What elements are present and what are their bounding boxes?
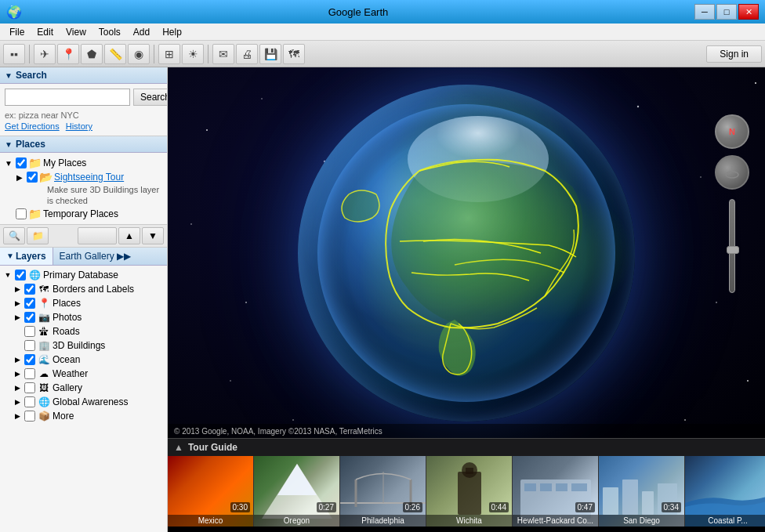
tour-thumb-mexico[interactable]: 0:30 Mexico <box>168 456 254 527</box>
tour-thumb-philadelphia[interactable]: 0:26 Philadelphia <box>340 456 426 527</box>
more-expand[interactable]: ▶ <box>13 411 22 421</box>
roads-checkbox[interactable] <box>24 326 35 337</box>
fly-to-button[interactable]: ✈ <box>34 44 56 64</box>
more-label[interactable]: More <box>53 411 74 422</box>
sightseeing-expand[interactable]: ▶ <box>14 172 25 183</box>
compass[interactable]: N <box>715 114 749 149</box>
sidebar-toggle-button[interactable]: ▪▪ <box>3 44 25 64</box>
close-button[interactable]: ✕ <box>738 4 759 20</box>
layer-places-checkbox[interactable] <box>24 298 35 309</box>
tour-guide-header[interactable]: ▲ Tour Guide <box>168 439 765 456</box>
svg-point-6 <box>637 106 639 107</box>
earth-globe[interactable] <box>298 85 635 422</box>
my-places-label[interactable]: My Places <box>43 157 86 168</box>
print-button[interactable]: 🖨 <box>236 44 258 64</box>
borders-checkbox[interactable] <box>24 284 35 295</box>
layer-places-expand[interactable]: ▶ <box>13 299 22 308</box>
photos-expand[interactable]: ▶ <box>13 313 22 322</box>
title-bar: 🌍 Google Earth ─ □ ✕ <box>0 0 765 24</box>
signin-button[interactable]: Sign in <box>706 45 762 63</box>
weather-expand[interactable]: ▶ <box>13 369 22 378</box>
roads-label[interactable]: Roads <box>53 326 80 337</box>
menu-tools[interactable]: Tools <box>92 25 127 39</box>
search-header[interactable]: ▼ Search <box>0 67 167 84</box>
3d-buildings-checkbox[interactable] <box>24 340 35 351</box>
places-header[interactable]: ▼ Places <box>0 136 167 153</box>
layers-tab[interactable]: ▼ Layers <box>0 248 53 265</box>
tilt-control[interactable] <box>715 155 749 190</box>
weather-checkbox[interactable] <box>24 368 35 379</box>
menu-view[interactable]: View <box>60 25 92 39</box>
tour-guide-title: Tour Guide <box>188 442 237 453</box>
primary-db-label[interactable]: Primary Database <box>43 270 118 280</box>
3d-buildings-label[interactable]: 3D Buildings <box>53 340 105 351</box>
tour-guide-arrow: ▲ <box>174 442 183 453</box>
placeholder-button[interactable] <box>78 227 117 244</box>
move-down-button[interactable]: ▼ <box>142 227 164 244</box>
primary-db-expand[interactable]: ▼ <box>3 270 13 280</box>
minimize-button[interactable]: ─ <box>694 4 715 20</box>
record-tour-button[interactable]: ◉ <box>128 44 150 64</box>
zoom-handle[interactable] <box>727 246 739 254</box>
photos-label[interactable]: Photos <box>53 312 82 323</box>
tour-thumb-sandiego[interactable]: 0:34 San Diego <box>599 456 685 527</box>
zoom-slider[interactable] <box>729 199 735 293</box>
primary-db-checkbox[interactable] <box>15 270 26 280</box>
global-awareness-label[interactable]: Global Awareness <box>53 396 129 407</box>
email-button[interactable]: ✉ <box>212 44 234 64</box>
sightseeing-item: ▶ 📂 Sightseeing Tour <box>13 170 165 184</box>
menu-edit[interactable]: Edit <box>31 25 60 39</box>
measure-button[interactable]: 📏 <box>104 44 126 64</box>
menu-add[interactable]: Add <box>127 25 156 39</box>
gallery-checkbox[interactable] <box>24 382 35 393</box>
weather-label[interactable]: Weather <box>53 368 88 379</box>
folder-button[interactable]: 📁 <box>27 227 49 244</box>
move-up-button[interactable]: ▲ <box>118 227 140 244</box>
save-image-button[interactable]: 💾 <box>259 44 281 64</box>
photos-checkbox[interactable] <box>24 312 35 323</box>
my-places-checkbox[interactable] <box>16 157 27 168</box>
borders-expand[interactable]: ▶ <box>13 284 22 294</box>
search-place-button[interactable]: 🔍 <box>3 227 25 244</box>
svg-point-8 <box>755 82 756 84</box>
temporary-places-label[interactable]: Temporary Places <box>43 208 118 219</box>
history-link[interactable]: History <box>66 121 92 131</box>
earth-gallery-tab[interactable]: Earth Gallery ▶▶ <box>53 248 137 265</box>
global-awareness-checkbox[interactable] <box>24 396 35 407</box>
gallery-label[interactable]: Gallery <box>53 382 82 393</box>
map-area[interactable]: N ▲ Tour Guide 0:30 <box>168 67 765 532</box>
tour-thumb-hp[interactable]: 0:47 Hewlett-Packard Co... <box>513 456 599 527</box>
my-places-expand[interactable]: ▼ <box>3 157 14 168</box>
more-checkbox[interactable] <box>24 411 35 422</box>
ocean-expand[interactable]: ▶ <box>13 355 22 364</box>
maximize-button[interactable]: □ <box>716 4 737 20</box>
hp-time: 0:47 <box>575 502 595 512</box>
add-placemark-button[interactable]: 📍 <box>57 44 79 64</box>
map-status-bar: © 2013 Google, NOAA, Imagery ©2013 NASA,… <box>168 424 765 438</box>
ocean-checkbox[interactable] <box>24 354 35 365</box>
search-input[interactable] <box>5 89 130 106</box>
layer-3d-buildings: ▶ 🏢 3D Buildings <box>2 338 165 353</box>
tour-thumb-oregon[interactable]: 0:27 Oregon <box>254 456 340 527</box>
tour-thumb-coastal[interactable]: Coastal P... <box>685 456 765 527</box>
search-button[interactable]: Search <box>133 89 168 106</box>
get-directions-link[interactable]: Get Directions <box>5 121 60 131</box>
layer-borders: ▶ 🗺 Borders and Labels <box>2 282 165 296</box>
sunlight-button[interactable]: ☀ <box>182 44 204 64</box>
temporary-places-checkbox[interactable] <box>16 208 27 219</box>
menu-help[interactable]: Help <box>156 25 188 39</box>
global-expand[interactable]: ▶ <box>13 397 22 407</box>
layer-places-label[interactable]: Places <box>53 298 81 309</box>
sightseeing-checkbox[interactable] <box>27 172 38 183</box>
tour-thumb-wichita[interactable]: 0:44 Wichita <box>426 456 513 527</box>
google-maps-button[interactable]: 🗺 <box>283 44 305 64</box>
atmosphere <box>298 85 635 422</box>
sightseeing-label[interactable]: Sightseeing Tour <box>54 172 124 183</box>
ocean-label[interactable]: Ocean <box>53 354 80 365</box>
draw-polygon-button[interactable]: ⬟ <box>81 44 103 64</box>
show-ruler-button[interactable]: ⊞ <box>158 44 180 64</box>
borders-label[interactable]: Borders and Labels <box>53 284 134 295</box>
menu-file[interactable]: File <box>3 25 31 39</box>
primary-db-icon: 🌐 <box>28 270 41 280</box>
gallery-expand[interactable]: ▶ <box>13 383 22 393</box>
